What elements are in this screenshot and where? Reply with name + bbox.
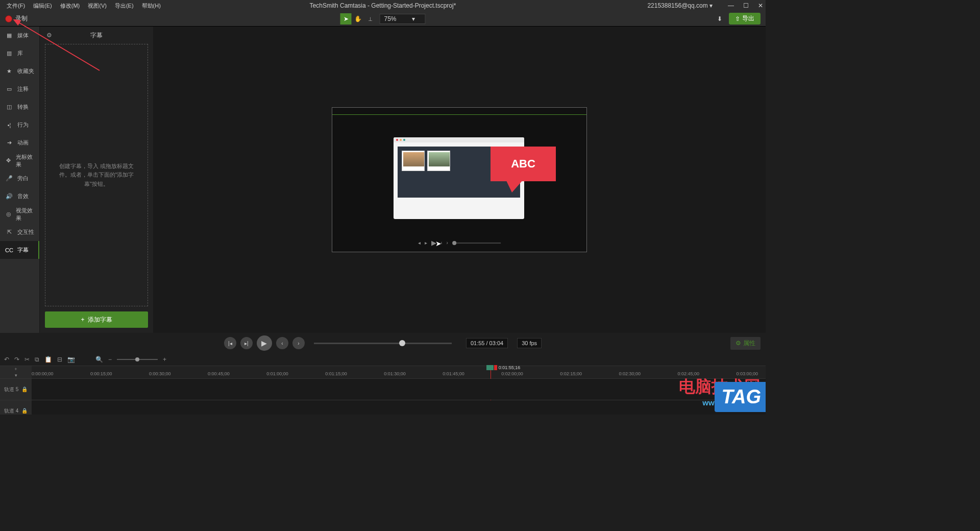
redo-icon[interactable]: ↷ — [14, 356, 19, 363]
prev-marker-button[interactable]: ‹ — [276, 337, 288, 349]
menu-edit[interactable]: 编辑(E) — [29, 2, 56, 10]
watermark-tag: TAG — [715, 382, 766, 412]
track-label[interactable]: 轨道 5🔒 — [0, 379, 32, 400]
zoom-dropdown[interactable]: 75% ▾ — [380, 14, 426, 24]
ruler-tick: 0:03:00;00 — [736, 371, 758, 376]
sidebar-item-library[interactable]: ▥库 — [0, 44, 39, 62]
captions-panel: ⚙ 字幕 创建字幕，导入 或拖放标题文件。或者，单击下面的"添加字幕"按钮。 +… — [40, 27, 153, 333]
cursor-icon: ✥ — [5, 157, 12, 164]
zoom-in-icon[interactable]: + — [163, 356, 166, 363]
plus-icon: + — [81, 316, 84, 323]
camera-icon[interactable]: 📷 — [67, 356, 75, 363]
fps-display: 30 fps — [517, 338, 542, 348]
ruler-tick: 0:00:45;00 — [208, 371, 230, 376]
sidebar-item-media[interactable]: ▦媒体 — [0, 27, 39, 44]
select-tool-icon[interactable]: ➤ — [340, 13, 352, 25]
app-title: TechSmith Camtasia - Getting-Started-Pro… — [310, 2, 456, 9]
menu-file[interactable]: 文件(F) — [3, 2, 29, 10]
menu-view[interactable]: 视图(V) — [84, 2, 111, 10]
sidebar-item-captions[interactable]: CC字幕 — [0, 241, 39, 259]
record-label: 录制 — [15, 14, 28, 23]
sidebar-item-audio-effects[interactable]: 🔊音效 — [0, 187, 39, 205]
split-icon[interactable]: ⊟ — [57, 356, 62, 363]
prev-frame-icon[interactable]: ◂ — [418, 240, 421, 246]
export-button[interactable]: ⇧ 导出 — [729, 13, 761, 25]
next-marker-button[interactable]: › — [292, 337, 305, 349]
gear-icon: ⚙ — [736, 340, 741, 347]
zoom-out-icon[interactable]: − — [108, 356, 112, 363]
sidebar-item-voice[interactable]: 🎤旁白 — [0, 170, 39, 187]
ruler-tick: 0:01:30;00 — [384, 371, 406, 376]
record-button[interactable]: 录制 — [5, 14, 28, 23]
sidebar-item-transitions[interactable]: ◫转换 — [0, 98, 39, 116]
ruler-tick: 0:02:15;00 — [560, 371, 582, 376]
cc-icon: CC — [5, 247, 13, 253]
download-icon[interactable]: ⬇ — [715, 15, 725, 22]
hand-tool-icon[interactable]: ✋ — [353, 13, 364, 25]
toolbar: 录制 ➤ ✋ ⟂ 75% ▾ ⬇ ⇧ 导出 — [0, 11, 766, 27]
playback-slider[interactable] — [314, 343, 452, 344]
canvas-area[interactable]: ABC ◂ ▸ ▶ ‹ › ➤ — [153, 27, 766, 333]
menu-export[interactable]: 导出(E) — [111, 2, 138, 10]
star-icon: ★ — [5, 68, 13, 75]
zoom-search-icon[interactable]: 🔍 — [95, 356, 103, 363]
timeline-zoom-slider[interactable] — [117, 359, 158, 360]
timeline-track: 轨道 5🔒 — [0, 379, 766, 400]
paste-icon[interactable]: 📋 — [44, 356, 52, 363]
visual-icon: ◎ — [5, 211, 12, 218]
sidebar-item-annotations[interactable]: ▭注释 — [0, 80, 39, 98]
sidebar-item-animations[interactable]: ➔动画 — [0, 134, 39, 152]
track-label[interactable]: 轨道 4🔒 — [0, 400, 32, 415]
cut-icon[interactable]: ✂ — [24, 356, 30, 363]
timeline: ↶ ↷ ✂ ⧉ 📋 ⊟ 📷 🔍 − + + ▾ 0:01:55;16 0:00:… — [0, 353, 766, 415]
time-display: 01:55 / 03:04 — [466, 338, 508, 348]
play-button[interactable]: ▶ — [257, 335, 272, 351]
cursor-icon: ➤ — [435, 239, 442, 248]
media-icon: ▦ — [5, 32, 13, 39]
sidebar-item-cursor-effects[interactable]: ✥光标效果 — [0, 152, 39, 170]
crop-tool-icon[interactable]: ⟂ — [365, 13, 376, 25]
track-content[interactable] — [32, 379, 766, 400]
ruler-tick: 0:00:30;00 — [149, 371, 171, 376]
close-icon[interactable]: ✕ — [758, 2, 763, 9]
animation-icon: ➔ — [5, 139, 13, 146]
track-content[interactable] — [32, 400, 766, 415]
lock-icon[interactable]: 🔒 — [21, 387, 28, 392]
panel-title: 字幕 — [90, 31, 103, 40]
add-caption-button[interactable]: + 添加字幕 — [45, 311, 148, 328]
sidebar-item-favorites[interactable]: ★收藏夹 — [0, 62, 39, 80]
timeline-ruler[interactable]: 0:01:55;16 0:00:00;000:00:15;000:00:30;0… — [32, 366, 766, 378]
menu-help[interactable]: 帮助(H) — [138, 2, 165, 10]
sidebar-item-interactivity[interactable]: ⇱交互性 — [0, 223, 39, 241]
gear-icon[interactable]: ⚙ — [46, 32, 52, 39]
skip-back-button[interactable]: |◂ — [224, 337, 236, 349]
account-label[interactable]: 2215388156@qq.com ▾ — [647, 2, 713, 9]
track-add-controls[interactable]: + ▾ — [0, 366, 32, 378]
interact-icon: ⇱ — [5, 229, 13, 235]
canvas-frame[interactable]: ABC ◂ ▸ ▶ ‹ › ➤ — [332, 107, 587, 252]
behavior-icon: •¦ — [5, 122, 13, 128]
canvas-volume-slider[interactable] — [452, 243, 501, 244]
caption-drop-zone[interactable]: 创建字幕，导入 或拖放标题文件。或者，单击下面的"添加字幕"按钮。 — [45, 44, 148, 306]
menu-modify[interactable]: 修改(M) — [56, 2, 84, 10]
maximize-icon[interactable]: ☐ — [743, 2, 749, 9]
skip-forward-button[interactable]: ▸| — [240, 337, 253, 349]
speaker-icon: 🔊 — [5, 193, 13, 200]
sidebar: ▦媒体 ▥库 ★收藏夹 ▭注释 ◫转换 •¦行为 ➔动画 ✥光标效果 🎤旁白 🔊… — [0, 27, 40, 333]
properties-button[interactable]: ⚙ 属性 — [730, 337, 761, 350]
ruler-tick: 0:01:45;00 — [443, 371, 464, 376]
next-icon[interactable]: › — [447, 240, 448, 246]
sidebar-item-visual-effects[interactable]: ◎视觉效果 — [0, 205, 39, 223]
mic-icon: 🎤 — [5, 175, 13, 182]
library-icon: ▥ — [5, 50, 13, 57]
copy-icon[interactable]: ⧉ — [35, 356, 39, 363]
ruler-tick: 0:00:15;00 — [90, 371, 112, 376]
minimize-icon[interactable]: — — [728, 2, 734, 9]
next-frame-icon[interactable]: ▸ — [425, 240, 427, 246]
annotation-icon: ▭ — [5, 86, 13, 92]
undo-icon[interactable]: ↶ — [4, 356, 9, 363]
lock-icon[interactable]: 🔒 — [21, 408, 28, 414]
menu-bar: 文件(F) 编辑(E) 修改(M) 视图(V) 导出(E) 帮助(H) Tech… — [0, 0, 766, 11]
ruler-tick: 0:01:15;00 — [325, 371, 347, 376]
sidebar-item-behaviors[interactable]: •¦行为 — [0, 116, 39, 134]
